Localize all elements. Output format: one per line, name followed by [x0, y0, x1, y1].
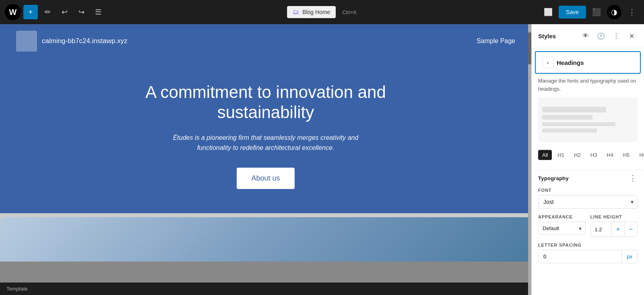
below-hero-image [0, 217, 531, 262]
styles-eye-button[interactable]: 👁 [580, 30, 592, 42]
panel-header-icons: 👁 🕐 ⋮ ✕ [580, 30, 638, 42]
toolbar-center: 🗂 Blog Home Ctrl+K [287, 6, 357, 18]
canvas-content: calming-bb7c24.instawp.xyz Sample Page A… [0, 24, 531, 283]
letter-spacing-section: LETTER SPACING px [532, 243, 644, 263]
site-header: calming-bb7c24.instawp.xyz Sample Page [0, 24, 531, 58]
site-nav-sample-page: Sample Page [477, 37, 515, 45]
styles-history-button[interactable]: 🕐 [595, 30, 607, 42]
font-label: FONT [538, 188, 638, 193]
dark-toggle-button[interactable]: ◑ [607, 5, 621, 19]
letter-spacing-input[interactable] [539, 250, 621, 263]
undo-button[interactable]: ↩ [57, 5, 72, 19]
heading-level-tabs: All H1 H2 H3 H4 H5 H6 [532, 147, 644, 163]
about-us-button[interactable]: About us [237, 168, 294, 189]
template-label: Template [6, 286, 28, 292]
hero-title: A commitment to innovation and sustainab… [145, 82, 386, 123]
redo-icon: ↪ [78, 8, 85, 17]
headings-description: Manage the fonts and typography used on … [532, 77, 644, 98]
font-select-wrapper: Jost ▾ [538, 195, 638, 209]
letter-spacing-unit: px [621, 250, 637, 263]
split-icon: ⬛ [592, 8, 601, 17]
plus-icon: + [616, 226, 620, 233]
wp-logo[interactable]: W [5, 4, 21, 20]
typography-header: Typography ⋮ [538, 173, 638, 183]
line-height-field: LINE HEIGHT 1.2 + − [590, 214, 638, 237]
line-height-plus-button[interactable]: + [611, 222, 624, 237]
pen-button[interactable]: ✏ [40, 5, 55, 19]
main-area: calming-bb7c24.instawp.xyz Sample Page A… [0, 24, 644, 295]
below-hero-section [0, 213, 531, 262]
typography-more-icon: ⋮ [629, 174, 636, 183]
headings-preview-box [538, 98, 638, 142]
scrollbar-track[interactable] [528, 24, 531, 295]
appearance-select[interactable]: Default [538, 222, 586, 235]
tab-h2[interactable]: H2 [570, 150, 585, 160]
eye-icon: 👁 [582, 32, 589, 39]
back-arrow-icon: ‹ [547, 59, 549, 66]
line-height-label: LINE HEIGHT [590, 214, 638, 219]
line-height-control: 1.2 + − [590, 222, 638, 237]
menu-icon: ☰ [95, 8, 101, 17]
line-height-minus-button[interactable]: − [624, 222, 637, 237]
blog-home-label: Blog Home [302, 9, 330, 15]
typography-more-button[interactable]: ⋮ [628, 173, 638, 183]
styles-more-button[interactable]: ⋮ [610, 30, 622, 42]
save-button[interactable]: Save [559, 6, 586, 19]
tab-h6[interactable]: H6 [636, 150, 644, 160]
menu-button[interactable]: ☰ [91, 5, 105, 19]
site-logo-area: calming-bb7c24.instawp.xyz [16, 31, 128, 52]
styles-close-button[interactable]: ✕ [625, 30, 638, 42]
toolbar-right: ⬜ Save ⬛ ◑ ⋮ [541, 5, 639, 19]
undo-icon: ↩ [62, 8, 68, 17]
more-options-button[interactable]: ⋮ [625, 5, 639, 19]
add-icon: + [29, 8, 33, 17]
canvas-wrapper: calming-bb7c24.instawp.xyz Sample Page A… [0, 24, 531, 295]
view-button[interactable]: ⬜ [541, 5, 555, 19]
typography-section: Typography ⋮ FONT Jost ▾ APPEARANCE [532, 173, 644, 243]
hero-section: A commitment to innovation and sustainab… [0, 58, 531, 213]
clock-icon: 🕐 [597, 32, 605, 40]
hero-subtitle: Études is a pioneering firm that seamles… [161, 133, 370, 153]
tab-all[interactable]: All [538, 150, 552, 160]
wp-logo-text: W [9, 8, 17, 17]
preview-text-lines [538, 103, 638, 137]
divider-1 [532, 170, 644, 170]
minus-icon: − [629, 226, 633, 233]
preview-line-1 [542, 107, 606, 112]
panel-title: Styles [538, 33, 556, 39]
preview-line-2 [542, 115, 592, 120]
blog-home-icon: 🗂 [293, 8, 299, 16]
more-dots-icon: ⋮ [613, 32, 619, 40]
split-button[interactable]: ⬛ [589, 5, 604, 19]
appearance-label: APPEARANCE [538, 214, 586, 219]
dark-toggle-icon: ◑ [611, 8, 617, 17]
appearance-lineheight-row: APPEARANCE Default ▾ LINE HEIGHT 1.2 + [538, 214, 638, 237]
site-logo-box [16, 31, 37, 52]
tab-h3[interactable]: H3 [586, 150, 601, 160]
view-icon: ⬜ [544, 8, 553, 17]
preview-line-4 [542, 129, 597, 133]
headings-nav: ‹ Headings [535, 51, 641, 74]
close-icon: ✕ [629, 32, 634, 40]
redo-button[interactable]: ↪ [74, 5, 89, 19]
canvas-footer: Template [0, 283, 531, 295]
shortcut-text: Ctrl+K [342, 9, 357, 15]
appearance-field: APPEARANCE Default ▾ [538, 214, 586, 237]
styles-panel: Styles 👁 🕐 ⋮ ✕ ‹ Headings [531, 24, 644, 295]
preview-line-3 [542, 122, 615, 126]
scrollbar-thumb[interactable] [528, 32, 531, 64]
font-select[interactable]: Jost [538, 195, 638, 209]
toolbar-left: W + ✏ ↩ ↪ ☰ [5, 4, 105, 20]
back-button[interactable]: ‹ [542, 57, 553, 68]
tab-h4[interactable]: H4 [603, 150, 617, 160]
headings-title: Headings [557, 59, 584, 66]
tab-h1[interactable]: H1 [553, 150, 568, 160]
blog-home-pill[interactable]: 🗂 Blog Home [287, 6, 336, 18]
site-domain: calming-bb7c24.instawp.xyz [42, 37, 128, 45]
more-icon: ⋮ [628, 8, 636, 17]
appearance-select-wrapper: Default ▾ [538, 222, 586, 235]
toolbar: W + ✏ ↩ ↪ ☰ 🗂 Blog Home Ctrl+K ⬜ Save ⬛ [0, 0, 644, 24]
line-height-value: 1.2 [591, 223, 612, 236]
add-block-button[interactable]: + [23, 5, 38, 19]
tab-h5[interactable]: H5 [619, 150, 634, 160]
